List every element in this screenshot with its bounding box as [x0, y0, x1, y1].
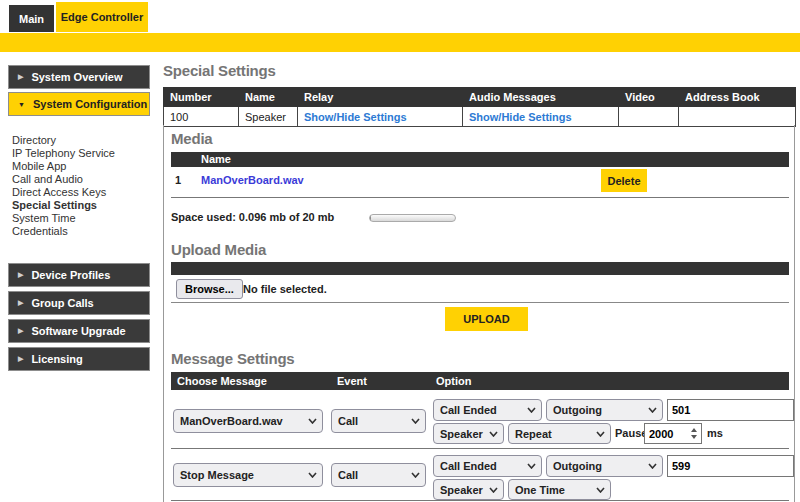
chevron-right-icon: ▶ [18, 355, 23, 363]
media-title: Media [171, 130, 213, 147]
chevron-down-icon [527, 463, 536, 469]
row-separator [171, 448, 789, 449]
chevron-down-icon [527, 407, 536, 413]
sidebar-section-device-profiles[interactable]: ▶ Device Profiles [8, 263, 150, 287]
cell-video [619, 107, 679, 127]
upload-button[interactable]: UPLOAD [445, 307, 528, 331]
chevron-down-icon [489, 487, 498, 493]
sidebar-section-software-upgrade[interactable]: ▶ Software Upgrade [8, 319, 150, 343]
select-value: Call [338, 469, 358, 481]
choose-message-select[interactable]: Stop Message [173, 463, 323, 487]
edge-controller-page: Main Edge Controller ▶ System Overview ▼… [0, 0, 800, 502]
upload-media-title: Upload Media [171, 241, 266, 258]
spinner-icon[interactable] [688, 428, 701, 439]
chevron-down-icon [411, 472, 420, 478]
call-state-select[interactable]: Call Ended [433, 399, 542, 421]
cell-number: 100 [164, 107, 239, 127]
message-row: Stop Message Call Call Ended Outgoing Sp… [164, 453, 796, 500]
target-select[interactable]: Speaker [433, 479, 504, 500]
space-used-text: Space used: 0.096 mb of 20 mb [171, 211, 334, 223]
sidebar-section-system-configuration[interactable]: ▼ System Configuration [8, 92, 150, 116]
sidebar-item-directory[interactable]: Directory [12, 134, 152, 147]
chevron-right-icon: ▶ [18, 271, 23, 279]
relay-show-hide-link[interactable]: Show/Hide Settings [304, 111, 407, 123]
sidebar-item-call-and-audio[interactable]: Call and Audio [12, 173, 152, 186]
select-value: Speaker [440, 428, 483, 440]
cell-name: Speaker [239, 107, 298, 127]
message-settings-header: Choose Message Event Option [171, 372, 789, 390]
media-row-index: 1 [175, 174, 181, 186]
sidebar-section-label: Group Calls [31, 297, 93, 309]
event-select[interactable]: Call [331, 463, 426, 487]
col-audio-messages: Audio Messages [463, 88, 619, 107]
sidebar-section-label: System Overview [31, 71, 122, 83]
yellow-header-strip [0, 33, 800, 52]
special-settings-table: Number Name Relay Audio Messages Video A… [163, 87, 796, 127]
chevron-down-icon [596, 431, 605, 437]
number-input[interactable] [667, 455, 794, 477]
sidebar-section-label: System Configuration [33, 98, 147, 110]
choose-message-select[interactable]: ManOverBoard.wav [173, 409, 323, 433]
direction-select[interactable]: Outgoing [546, 399, 663, 421]
number-input[interactable] [667, 399, 794, 421]
select-value: Outgoing [553, 404, 602, 416]
upload-table-header [171, 262, 789, 275]
select-value: Repeat [515, 428, 552, 440]
page-title: Special Settings [163, 62, 276, 79]
browse-button[interactable]: Browse... [176, 279, 243, 299]
sidebar-item-system-time[interactable]: System Time [12, 212, 152, 225]
col-event: Event [337, 375, 367, 387]
sidebar-item-ip-telephony-service[interactable]: IP Telephony Service [12, 147, 152, 160]
sidebar-item-direct-access-keys[interactable]: Direct Access Keys [12, 186, 152, 199]
file-input-row: Browse... No file selected. [171, 275, 789, 303]
media-table-header: Name [171, 152, 789, 167]
sidebar-section-label: Device Profiles [31, 269, 110, 281]
sidebar-item-credentials[interactable]: Credentials [12, 225, 152, 238]
sidebar-section-label: Software Upgrade [31, 325, 125, 337]
col-address-book: Address Book [679, 88, 796, 107]
sidebar-item-mobile-app[interactable]: Mobile App [12, 160, 152, 173]
message-settings-title: Message Settings [171, 350, 295, 367]
col-number: Number [164, 88, 239, 107]
select-value: Stop Message [180, 469, 254, 481]
col-relay: Relay [298, 88, 463, 107]
pause-input[interactable] [644, 423, 702, 444]
chevron-down-icon [308, 418, 317, 424]
sidebar-section-system-overview[interactable]: ▶ System Overview [8, 65, 150, 89]
select-value: Call Ended [440, 404, 497, 416]
target-select[interactable]: Speaker [433, 423, 504, 444]
chevron-down-icon [308, 472, 317, 478]
repeat-mode-select[interactable]: One Time [508, 479, 611, 500]
table-row: 100 Speaker Show/Hide Settings Show/Hide… [164, 107, 796, 127]
chevron-down-icon [596, 487, 605, 493]
repeat-mode-select[interactable]: Repeat [508, 423, 611, 444]
select-value: Speaker [440, 484, 483, 496]
chevron-down-icon [648, 463, 657, 469]
chevron-down-icon [648, 407, 657, 413]
delete-media-button[interactable]: Delete [601, 169, 647, 192]
sidebar-config-submenu: Directory IP Telephony Service Mobile Ap… [12, 134, 152, 238]
col-option: Option [436, 375, 471, 387]
pause-label: Pause [615, 427, 647, 439]
media-name-column: Name [201, 153, 231, 165]
pause-value[interactable] [645, 428, 688, 440]
no-file-selected-text: No file selected. [243, 283, 327, 295]
media-file-link[interactable]: ManOverBoard.wav [201, 174, 304, 186]
tab-main[interactable]: Main [9, 5, 54, 32]
sidebar-item-special-settings[interactable]: Special Settings [12, 199, 152, 212]
col-choose-message: Choose Message [177, 375, 267, 387]
chevron-down-icon [489, 431, 498, 437]
direction-select[interactable]: Outgoing [546, 455, 663, 477]
message-row: ManOverBoard.wav Call Call Ended Outgoin… [164, 397, 796, 447]
settings-panel: Media Name 1 ManOverBoard.wav Delete Spa… [163, 125, 795, 502]
tab-edge-controller[interactable]: Edge Controller [56, 2, 148, 32]
table-header-row: Number Name Relay Audio Messages Video A… [164, 88, 796, 107]
event-select[interactable]: Call [331, 409, 426, 433]
call-state-select[interactable]: Call Ended [433, 455, 542, 477]
sidebar-section-group-calls[interactable]: ▶ Group Calls [8, 291, 150, 315]
col-name: Name [239, 88, 298, 107]
chevron-down-icon [411, 418, 420, 424]
sidebar-section-licensing[interactable]: ▶ Licensing [8, 347, 150, 371]
audio-show-hide-link[interactable]: Show/Hide Settings [469, 111, 572, 123]
cell-address-book [679, 107, 796, 127]
